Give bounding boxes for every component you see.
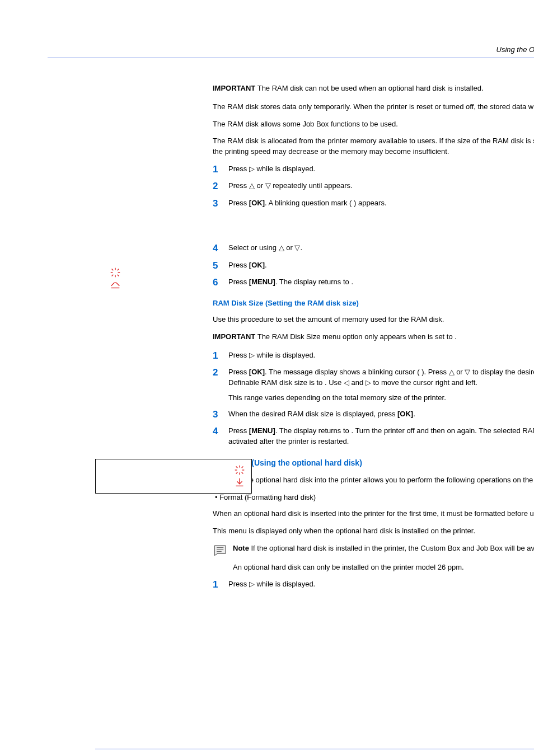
step-number: 4: [213, 243, 228, 254]
step-number: 1: [213, 579, 228, 590]
step-text: Press ▷ while is displayed.: [228, 350, 534, 361]
step-item: 4 Select or using △ or ▽.: [213, 243, 534, 254]
led-indicator-group: [109, 279, 121, 291]
lcd-display-row: [101, 464, 246, 476]
svg-line-8: [111, 283, 115, 286]
svg-line-16: [236, 467, 238, 468]
step-item: 1 Press ▷ while is displayed.: [213, 164, 534, 175]
svg-line-17: [242, 472, 243, 474]
important-label: IMPORTANT: [213, 84, 255, 92]
svg-line-19: [242, 467, 243, 468]
step-number: 4: [213, 426, 228, 437]
sun-icon-red: [109, 266, 121, 279]
sub-heading: RAM Disk Size (Setting the RAM disk size…: [213, 298, 534, 309]
note-text: Note If the optional hard disk is instal…: [233, 543, 534, 554]
important-block: IMPORTANT The RAM disk can not be used w…: [213, 83, 534, 94]
important-text: The RAM Disk Size menu option only appea…: [255, 332, 457, 341]
step-item: 1 Press ▷ while is displayed.: [213, 579, 534, 590]
important-text: The RAM disk can not be used when an opt…: [255, 84, 483, 92]
paragraph: Installing the optional hard disk into t…: [213, 475, 534, 486]
step-text: Press [OK]. The message display shows a …: [228, 367, 534, 403]
section-heading: Hard Disk (Using the optional hard disk): [213, 457, 534, 468]
step-item: 6 Press [MENU]. The display returns to .: [213, 277, 534, 288]
header-section-title: Using the Operation Panel: [48, 45, 534, 55]
step-text: Press [OK]. A blinking question mark ( )…: [228, 198, 534, 209]
note-block: Note If the optional hard disk is instal…: [213, 543, 534, 557]
sun-icon-red: [233, 464, 246, 476]
important-block: IMPORTANT The RAM Disk Size menu option …: [213, 332, 534, 342]
svg-line-7: [118, 269, 119, 271]
step-number: 2: [213, 181, 228, 192]
note-icon: [213, 543, 228, 557]
step-item: 4 Press [MENU]. The display returns to .…: [213, 426, 534, 447]
svg-line-10: [116, 283, 120, 286]
step-item: 3 Press [OK]. A blinking question mark (…: [213, 198, 534, 209]
svg-line-18: [236, 472, 238, 474]
paragraph: Use this procedure to set the amount of …: [213, 314, 534, 325]
paragraph: The RAM disk allows some Job Box functio…: [213, 119, 534, 130]
step-text: Press ▷ while is displayed.: [228, 579, 534, 590]
svg-line-5: [118, 275, 119, 276]
footer-rule: [95, 749, 534, 749]
step-text: Press [MENU]. The display returns to . T…: [228, 426, 534, 447]
header-rule: [48, 58, 534, 58]
step-number: 1: [213, 350, 228, 361]
paragraph: When an optional hard disk is inserted i…: [213, 509, 534, 519]
step-item: 2 Press [OK]. The message display shows …: [213, 367, 534, 403]
note-sub-text: An optional hard disk can only be instal…: [233, 562, 534, 573]
step-text: Press △ or ▽ repeatedly until appears.: [228, 181, 534, 191]
indicator-icon-red: [109, 279, 121, 291]
step-item: 1 Press ▷ while is displayed.: [213, 350, 534, 361]
download-icon-red: [233, 476, 246, 489]
step-number: 3: [213, 409, 228, 420]
paragraph: The RAM disk stores data only temporaril…: [213, 102, 534, 112]
step-text: Press ▷ while is displayed.: [228, 164, 534, 175]
step-number: 1: [213, 164, 228, 175]
led-indicator-group: [109, 266, 121, 279]
step-number: 3: [213, 198, 228, 209]
step-item: 2 Press △ or ▽ repeatedly until appears.: [213, 181, 534, 192]
bullet-item: • Format (Formatting hard disk): [215, 492, 534, 503]
step-number: 2: [213, 367, 228, 378]
svg-line-6: [112, 275, 114, 276]
step-item: 5 Press [OK].: [213, 260, 534, 271]
paragraph: The RAM disk is allocated from the print…: [213, 136, 534, 157]
step-number: 5: [213, 260, 228, 271]
important-label: IMPORTANT: [213, 332, 255, 341]
step-text: When the desired RAM disk size is displa…: [228, 409, 534, 420]
step-number: 6: [213, 277, 228, 288]
paragraph: This menu is displayed only when the opt…: [213, 526, 534, 537]
step-text: Press [OK].: [228, 260, 534, 271]
step-item: 3 When the desired RAM disk size is disp…: [213, 409, 534, 420]
lcd-display-box: [95, 459, 252, 494]
lcd-display-row: [101, 476, 246, 489]
step-text: Press [MENU]. The display returns to .: [228, 277, 534, 288]
step-text: Select or using △ or ▽.: [228, 243, 534, 253]
svg-line-4: [112, 269, 114, 271]
